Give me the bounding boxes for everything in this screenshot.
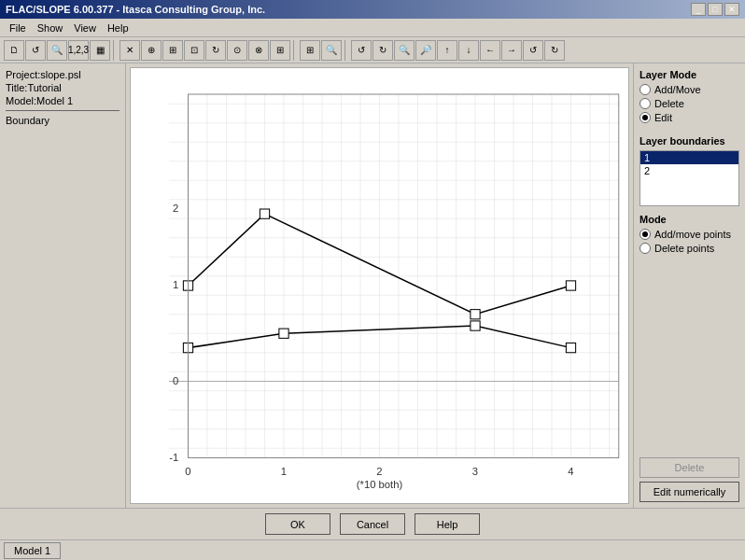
- toolbar-b1[interactable]: ✕: [119, 40, 140, 61]
- layer-boundaries-list: 1 2: [640, 150, 739, 206]
- toolbar-d2[interactable]: ↻: [372, 40, 393, 61]
- toolbar-d3[interactable]: 🔍: [394, 40, 415, 61]
- svg-rect-56: [260, 209, 269, 218]
- close-button[interactable]: ✕: [724, 3, 739, 16]
- help-button[interactable]: Help: [415, 513, 480, 535]
- status-bar: Model 1: [0, 539, 745, 560]
- radio-circle-add-move: [640, 84, 651, 95]
- mode-radio-group: Add/move points Delete points: [640, 229, 739, 257]
- layer-boundaries-label: Layer boundaries: [640, 135, 739, 147]
- toolbar-new[interactable]: 🗋: [4, 40, 24, 61]
- menu-show[interactable]: Show: [32, 21, 69, 35]
- toolbar-b6[interactable]: ⊙: [227, 40, 247, 61]
- menu-view[interactable]: View: [68, 21, 102, 35]
- ok-button[interactable]: OK: [265, 513, 330, 535]
- toolbar-d9[interactable]: ↺: [523, 40, 543, 61]
- layer-item-1[interactable]: 1: [640, 151, 738, 164]
- left-panel: Project:slope.psl Title:Tutorial Model:M…: [0, 63, 126, 508]
- svg-rect-62: [566, 343, 575, 353]
- toolbar-sep-2: [293, 40, 297, 61]
- toolbar-sep-1: [113, 40, 117, 61]
- toolbar-c2[interactable]: 🔍: [321, 40, 342, 61]
- svg-text:(*10 both): (*10 both): [357, 479, 403, 490]
- right-panel: Layer Mode Add/Move Delete Edit Layer bo…: [633, 63, 745, 508]
- title-bar: FLAC/SLOPE 6.00.377 - Itasca Consulting …: [0, 0, 745, 19]
- toolbar-d1[interactable]: ↺: [351, 40, 372, 61]
- toolbar: 🗋 ↺ 🔍 1,2,3 ▦ ✕ ⊕ ⊞ ⊡ ↻ ⊙ ⊗ ⊞ ⊞ 🔍 ↺ ↻ 🔍 …: [0, 37, 745, 63]
- toolbar-b4[interactable]: ⊡: [184, 40, 204, 61]
- menu-help[interactable]: Help: [102, 21, 134, 35]
- window-controls[interactable]: _ □ ✕: [691, 3, 739, 16]
- project-info-model: Model:Model 1: [6, 95, 119, 106]
- toolbar-b3[interactable]: ⊞: [162, 40, 183, 61]
- svg-text:0: 0: [173, 375, 178, 386]
- toolbar-d10[interactable]: ↻: [544, 40, 565, 61]
- radio-circle-edit: [640, 112, 651, 123]
- maximize-button[interactable]: □: [708, 3, 723, 16]
- svg-text:1: 1: [281, 466, 287, 477]
- mode-label: Mode: [640, 214, 739, 225]
- cancel-button[interactable]: Cancel: [340, 513, 405, 535]
- toolbar-zoom[interactable]: 🔍: [47, 40, 67, 61]
- radio-label-add-move-points: Add/move points: [654, 229, 731, 240]
- chart-canvas: 2 1 0 -1 0 1 2 3 4 (*10 both): [130, 67, 629, 504]
- toolbar-open[interactable]: ↺: [25, 40, 46, 61]
- toolbar-sep-3: [344, 40, 348, 61]
- svg-text:-1: -1: [169, 452, 178, 463]
- svg-text:2: 2: [173, 203, 178, 214]
- toolbar-d7[interactable]: ←: [480, 40, 500, 61]
- left-panel-boundary-label: Boundary: [6, 115, 119, 126]
- toolbar-d8[interactable]: →: [501, 40, 522, 61]
- status-tab-model[interactable]: Model 1: [4, 542, 61, 559]
- toolbar-c1[interactable]: ⊞: [300, 40, 320, 61]
- toolbar-d4[interactable]: 🔎: [415, 40, 436, 61]
- svg-text:3: 3: [472, 466, 478, 477]
- svg-text:2: 2: [376, 466, 382, 477]
- svg-text:0: 0: [185, 466, 190, 477]
- svg-rect-58: [566, 281, 575, 290]
- radio-label-delete: Delete: [654, 98, 684, 109]
- chart-svg: 2 1 0 -1 0 1 2 3 4 (*10 both): [131, 68, 628, 503]
- radio-circle-add-move-points: [640, 229, 651, 240]
- toolbar-d6[interactable]: ↓: [458, 40, 479, 61]
- toolbar-num[interactable]: 1,2,3: [68, 40, 89, 61]
- project-info-project: Project:slope.psl: [6, 69, 119, 80]
- menu-file[interactable]: File: [4, 21, 32, 35]
- layer-mode-label: Layer Mode: [640, 69, 739, 80]
- svg-text:1: 1: [173, 279, 178, 290]
- svg-text:4: 4: [568, 466, 573, 477]
- toolbar-b5[interactable]: ↻: [205, 40, 226, 61]
- toolbar-grid[interactable]: ▦: [90, 40, 110, 61]
- window-title: FLAC/SLOPE 6.00.377 - Itasca Consulting …: [6, 4, 265, 15]
- main-content: Project:slope.psl Title:Tutorial Model:M…: [0, 63, 745, 508]
- radio-label-add-move: Add/Move: [654, 84, 701, 95]
- radio-edit[interactable]: Edit: [640, 112, 739, 123]
- radio-delete[interactable]: Delete: [640, 98, 739, 109]
- edit-numerically-button[interactable]: Edit numerically: [640, 482, 739, 502]
- left-panel-separator: [6, 110, 119, 111]
- minimize-button[interactable]: _: [691, 3, 706, 16]
- radio-delete-points[interactable]: Delete points: [640, 243, 739, 254]
- radio-add-move[interactable]: Add/Move: [640, 84, 739, 95]
- radio-label-delete-points: Delete points: [654, 243, 714, 254]
- svg-rect-60: [279, 329, 288, 338]
- layer-item-2[interactable]: 2: [640, 164, 738, 177]
- radio-label-edit: Edit: [654, 112, 672, 123]
- toolbar-b2[interactable]: ⊕: [141, 40, 162, 61]
- radio-circle-delete-points: [640, 243, 651, 254]
- radio-add-move-points[interactable]: Add/move points: [640, 229, 739, 240]
- bottom-bar: OK Cancel Help: [0, 508, 745, 539]
- toolbar-b8[interactable]: ⊞: [270, 40, 290, 61]
- project-info-title: Title:Tutorial: [6, 82, 119, 93]
- toolbar-d5[interactable]: ↑: [437, 40, 457, 61]
- svg-rect-61: [471, 321, 480, 330]
- radio-circle-delete: [640, 98, 651, 109]
- toolbar-b7[interactable]: ⊗: [248, 40, 269, 61]
- menu-bar: File Show View Help: [0, 19, 745, 37]
- svg-rect-57: [471, 310, 480, 319]
- delete-button[interactable]: Delete: [640, 457, 739, 478]
- layer-mode-radio-group: Add/Move Delete Edit: [640, 84, 739, 126]
